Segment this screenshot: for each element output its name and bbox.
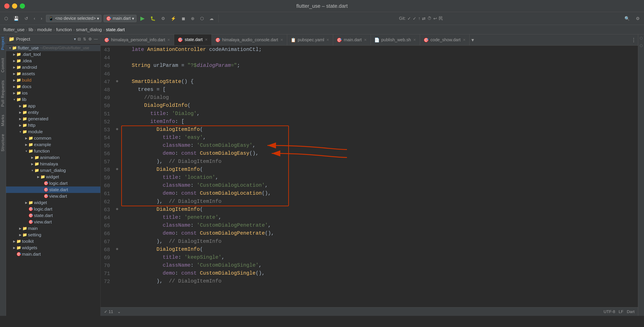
tree-toolkit[interactable]: ▶ 📁 toolkit xyxy=(6,238,100,245)
sidebar-item-pullrequests[interactable]: Pull Requests xyxy=(1,80,5,107)
file-selector[interactable]: 🎯 main.dart ▾ xyxy=(104,15,136,22)
status-line-ending[interactable]: LF xyxy=(619,309,623,314)
code-line-56: demo: const CustomDialogEasy(), xyxy=(126,149,634,157)
tree-logic-sd[interactable]: ▶ 🎯 logic.dart xyxy=(6,180,100,187)
tree-widget-mod[interactable]: ▶ 📁 widget xyxy=(6,199,100,206)
tab-close-1[interactable]: ✕ xyxy=(204,38,208,42)
tab-overflow[interactable]: ▾ xyxy=(470,34,476,45)
tab-close-5[interactable]: ✕ xyxy=(413,38,416,42)
tree-lib[interactable]: ▾ 📁 lib xyxy=(6,96,100,103)
editor-content[interactable]: 43 44 45 46 47 48 49 50 51 52 53 54 55 5… xyxy=(100,45,638,307)
sidebar-item-marks[interactable]: Marks xyxy=(1,114,5,126)
tab-himalaya-audio[interactable]: 🎯 himalaya_audio_console.dart ✕ xyxy=(212,34,287,45)
tree-module[interactable]: ▾ 📁 module xyxy=(6,128,100,135)
settings-button[interactable]: ⚙ xyxy=(634,15,642,22)
tree-build[interactable]: ▶ 📁 build xyxy=(6,77,100,83)
tree-state-sd[interactable]: ▶ 🎯 state.dart xyxy=(6,187,100,193)
right-icon-2[interactable]: ⬡ xyxy=(640,44,643,48)
tab-main[interactable]: 🎯 main.dart ✕ xyxy=(333,34,370,45)
build-name: build xyxy=(22,77,32,83)
panel-settings-icon[interactable]: ⚙ xyxy=(88,37,92,41)
tab-pubspec[interactable]: 📋 pubspec.yaml ✕ xyxy=(287,34,333,45)
close-button[interactable] xyxy=(4,3,10,8)
sidebar-item-structure[interactable]: Structure xyxy=(1,134,5,151)
breadcrumb-function[interactable]: function xyxy=(56,27,72,32)
tree-android[interactable]: ▶ 📁 android xyxy=(6,64,100,70)
right-icon-1[interactable]: ⬡ xyxy=(640,36,643,40)
breadcrumb-lib[interactable]: lib xyxy=(28,27,33,32)
tree-example[interactable]: ▶ 📁 example xyxy=(6,141,100,148)
breadcrumb-smart-dialog[interactable]: smart_dialog xyxy=(76,27,102,32)
file-tree[interactable]: ▾ 📁 flutter_use ~/Develop/Github/flutter… xyxy=(6,44,100,316)
tab-close-2[interactable]: ✕ xyxy=(280,38,284,42)
tree-dart-tool[interactable]: ▶ 📁 .dart_tool xyxy=(6,51,100,57)
panel-close-icon[interactable]: — xyxy=(94,37,98,41)
sidebar-item-commit[interactable]: Commit xyxy=(1,58,5,72)
breadcrumb-root[interactable]: flutter_use xyxy=(4,27,24,32)
breadcrumb-state[interactable]: state.dart xyxy=(106,27,125,32)
tree-main-folder[interactable]: ▶ 📁 main xyxy=(6,225,100,232)
stop-button[interactable]: ◼ xyxy=(180,15,187,22)
tab-himalaya-personal[interactable]: 🎯 himalaya_personal_info.dart ✕ xyxy=(100,34,174,45)
tree-root[interactable]: ▾ 📁 flutter_use ~/Develop/Github/flutter… xyxy=(6,45,100,51)
coverage-button[interactable]: ⬡ xyxy=(198,15,206,22)
status-encoding[interactable]: UTF-8 xyxy=(604,309,615,314)
view-sd-icon: 🎯 xyxy=(44,194,48,199)
tree-himalaya[interactable]: ▶ 📁 himalaya xyxy=(6,161,100,167)
tree-smart-dialog[interactable]: ▾ 📁 smart_dialog xyxy=(6,167,100,174)
hot-reload-button[interactable]: ⚡ xyxy=(169,15,178,22)
debug-button[interactable]: 🐛 xyxy=(148,15,157,22)
code-line-47: SmartDialogState() { xyxy=(126,77,634,85)
maximize-button[interactable] xyxy=(20,3,25,8)
collapse-all-icon[interactable]: ⊟ xyxy=(78,37,81,41)
tab-label-1: state.dart xyxy=(185,37,202,42)
forward-nav-button[interactable]: › xyxy=(39,15,44,22)
tree-entity[interactable]: ▶ 📁 entity xyxy=(6,109,100,116)
tree-widget-inner[interactable]: ▶ 📁 widget xyxy=(6,174,100,180)
tree-main-dart[interactable]: ▶ 🎯 main.dart xyxy=(6,251,100,257)
tab-close-4[interactable]: ✕ xyxy=(364,38,367,42)
tree-http[interactable]: ▶ 📁 http xyxy=(6,122,100,128)
tree-generated[interactable]: ▶ 📁 generated xyxy=(6,116,100,122)
file-icon: 🎯 xyxy=(106,16,111,21)
tree-app[interactable]: ▶ 📁 app xyxy=(6,103,100,109)
tree-logic-mod[interactable]: ▶ 🎯 logic.dart xyxy=(6,206,100,212)
tab-close-6[interactable]: ✕ xyxy=(462,38,466,42)
tab-close-0[interactable]: ✕ xyxy=(167,38,170,42)
tab-code-show[interactable]: 🎯 code_show.dart ✕ xyxy=(420,34,470,45)
run-button[interactable]: ▶ xyxy=(139,14,146,22)
tab-state[interactable]: 🎯 state.dart ✕ xyxy=(174,34,212,45)
tab-close-3[interactable]: ✕ xyxy=(326,38,330,42)
tab-publish[interactable]: 📄 publish_web.sh ✕ xyxy=(371,34,420,45)
minimize-button[interactable] xyxy=(12,3,17,8)
tree-widgets[interactable]: ▶ 📁 widgets xyxy=(6,245,100,251)
tab-extra-actions[interactable]: ⋮ xyxy=(630,34,638,45)
status-indent[interactable]: Dart xyxy=(627,309,634,314)
device-selector[interactable]: 📱 <no device selected> ▾ xyxy=(46,15,102,22)
refresh-button[interactable]: ↺ xyxy=(23,15,30,22)
back-nav-button[interactable]: ‹ xyxy=(32,15,37,22)
tree-assets[interactable]: ▶ 📁 assets xyxy=(6,70,100,77)
search-button[interactable]: 🔍 xyxy=(623,15,632,22)
logic-sd-icon: 🎯 xyxy=(44,181,48,186)
save-button[interactable]: 💾 xyxy=(12,15,21,22)
tree-setting[interactable]: ▶ 📁 setting xyxy=(6,232,100,238)
profile-button[interactable]: ⊕ xyxy=(189,15,196,22)
tree-idea[interactable]: ▶ 📁 .idea xyxy=(6,57,100,64)
commit-button[interactable]: ☁ xyxy=(208,15,216,22)
tree-docs[interactable]: ▶ 📁 docs xyxy=(6,83,100,90)
tree-ios[interactable]: ▶ 📁 ios xyxy=(6,90,100,96)
sort-icon[interactable]: ⇅ xyxy=(83,37,86,41)
back-button[interactable]: ⬡ xyxy=(2,15,10,22)
breadcrumb-module[interactable]: module xyxy=(37,27,52,32)
build-button[interactable]: ⚙ xyxy=(160,15,167,22)
tree-view-mod[interactable]: ▶ 🎯 view.dart xyxy=(6,219,100,225)
status-expand-icon[interactable]: ⌄ xyxy=(117,309,121,314)
android-icon: 📁 xyxy=(16,65,21,70)
tree-view-sd[interactable]: ▶ 🎯 view.dart xyxy=(6,193,100,199)
tree-state-mod[interactable]: ▶ 🎯 state.dart xyxy=(6,212,100,219)
tree-common[interactable]: ▶ 📁 common xyxy=(6,135,100,141)
sidebar-item-project[interactable]: Project xyxy=(1,36,5,50)
tree-animation[interactable]: ▶ 📁 animation xyxy=(6,154,100,161)
tree-function[interactable]: ▾ 📁 function xyxy=(6,148,100,154)
